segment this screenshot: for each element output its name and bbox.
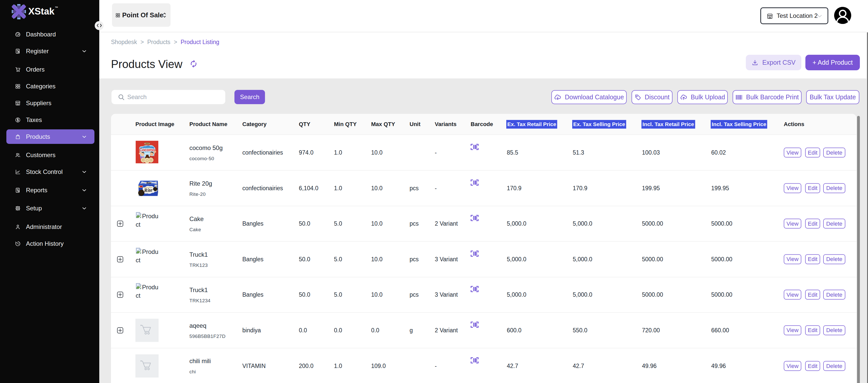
svg-text:Cocomo: Cocomo bbox=[140, 148, 155, 152]
svg-text:Rite: Rite bbox=[146, 181, 152, 185]
svg-text:Real Creme: Real Creme bbox=[144, 186, 153, 188]
svg-text:Bisconni: Bisconni bbox=[144, 143, 150, 144]
